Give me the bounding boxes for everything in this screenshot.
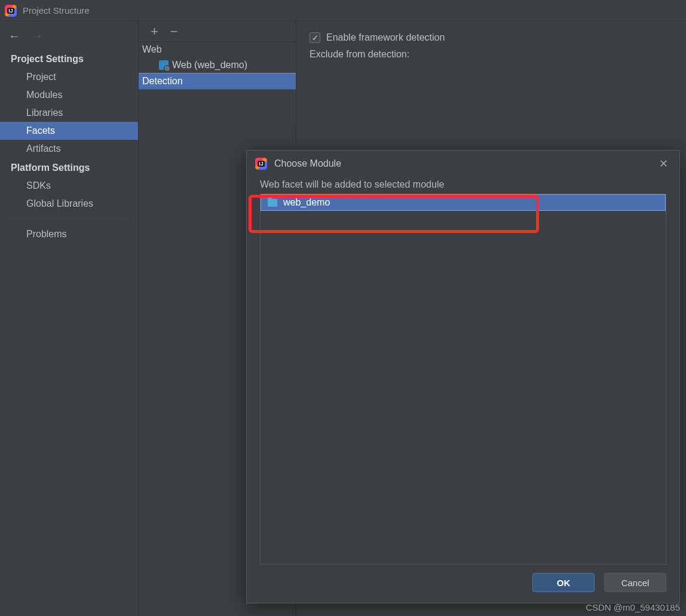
dialog-title: Choose Module xyxy=(274,158,341,169)
enable-detection-checkbox[interactable] xyxy=(310,32,320,43)
tree-node-web[interactable]: Web xyxy=(139,42,296,57)
section-platform-settings: Platform Settings xyxy=(0,158,138,177)
tree-node-web-demo[interactable]: Web (web_demo) xyxy=(139,57,296,73)
module-list: web_demo xyxy=(260,194,666,565)
exclude-label: Exclude from detection: xyxy=(310,49,673,60)
module-name: web_demo xyxy=(283,197,330,208)
dialog-subtitle: Web facet will be added to selected modu… xyxy=(247,177,679,194)
tree-node-detection[interactable]: Detection xyxy=(139,73,296,90)
intellij-icon: IJ xyxy=(255,158,267,170)
watermark: CSDN @m0_59430185 xyxy=(586,602,680,612)
cancel-button[interactable]: Cancel xyxy=(604,573,666,592)
back-arrow-icon[interactable]: ← xyxy=(8,30,20,42)
intellij-icon: IJ xyxy=(5,5,17,17)
titlebar: IJ Project Structure xyxy=(0,0,686,22)
enable-detection-label: Enable framework detection xyxy=(326,32,445,43)
sidebar-item-facets[interactable]: Facets xyxy=(0,122,138,140)
sidebar-item-sdks[interactable]: SDKs xyxy=(0,177,138,195)
add-icon[interactable]: + xyxy=(151,25,158,38)
sidebar-divider xyxy=(11,219,127,219)
sidebar: ← → Project Settings Project Modules Lib… xyxy=(0,22,139,616)
section-project-settings: Project Settings xyxy=(0,49,138,68)
module-folder-icon xyxy=(268,199,277,207)
remove-icon[interactable]: − xyxy=(170,25,178,38)
tree-node-web-demo-label: Web (web_demo) xyxy=(172,60,247,71)
sidebar-item-libraries[interactable]: Libraries xyxy=(0,104,138,122)
web-facet-icon xyxy=(159,60,169,70)
close-icon[interactable]: ✕ xyxy=(656,157,671,170)
ok-button[interactable]: OK xyxy=(532,573,595,592)
nav-arrows: ← → xyxy=(0,25,138,49)
sidebar-item-artifacts[interactable]: Artifacts xyxy=(0,140,138,158)
module-list-item[interactable]: web_demo xyxy=(261,194,666,211)
enable-detection-row[interactable]: Enable framework detection xyxy=(310,32,673,43)
tree-toolbar: + − xyxy=(139,22,296,42)
sidebar-item-problems[interactable]: Problems xyxy=(0,225,138,243)
forward-arrow-icon[interactable]: → xyxy=(31,30,43,42)
sidebar-item-global-libraries[interactable]: Global Libraries xyxy=(0,195,138,213)
choose-module-dialog: IJ Choose Module ✕ Web facet will be add… xyxy=(246,150,680,603)
window-title: Project Structure xyxy=(23,5,90,16)
sidebar-item-modules[interactable]: Modules xyxy=(0,86,138,104)
sidebar-item-project[interactable]: Project xyxy=(0,68,138,86)
dialog-titlebar: IJ Choose Module ✕ xyxy=(247,151,679,177)
dialog-buttons: OK Cancel xyxy=(247,565,679,603)
